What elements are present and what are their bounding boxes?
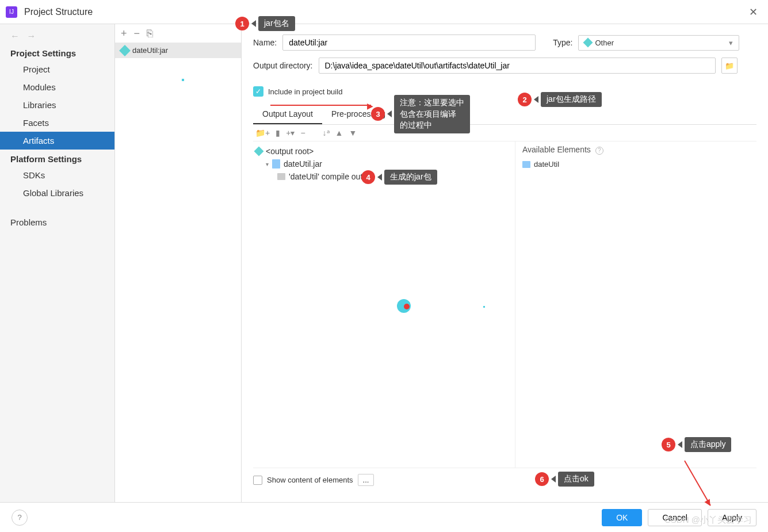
nav-item-problems[interactable]: Problems: [0, 213, 114, 231]
type-value: Other: [595, 39, 614, 47]
annotation-6: 6 点击ok: [535, 472, 594, 487]
output-label: Output directory:: [253, 61, 313, 70]
nav-item-sdks[interactable]: SDKs: [0, 166, 114, 184]
move-up-icon[interactable]: ▲: [335, 128, 343, 137]
browse-button[interactable]: 📁: [721, 58, 738, 74]
badge-3: 3: [371, 107, 385, 121]
ellipsis-button[interactable]: ...: [358, 474, 375, 486]
folder-icon: 📁: [725, 62, 734, 70]
artifact-toolbar: + − ⎘: [115, 24, 241, 43]
available-title: Available Elements ?: [522, 145, 750, 155]
annotation-3: 3 注意：这里要选中 包含在项目编译 的过程中: [371, 95, 470, 133]
annotation-5: 5 点击apply: [662, 437, 731, 452]
add-icon[interactable]: +: [121, 28, 127, 40]
jar-icon: [272, 159, 280, 169]
nav-item-facets[interactable]: Facets: [0, 114, 114, 132]
output-directory-input[interactable]: [319, 58, 716, 74]
app-icon: IJ: [6, 6, 17, 18]
help-button[interactable]: ?: [12, 510, 28, 526]
chevron-down-icon: ▾: [729, 39, 733, 47]
artifact-name: dateUtil:jar: [132, 46, 168, 55]
button-bar: ? OK Cancel Apply: [0, 502, 768, 532]
forward-icon[interactable]: →: [26, 31, 36, 41]
tabs: Output Layout Pre-processing Post-proces…: [253, 105, 756, 125]
badge-1: 1: [235, 17, 249, 30]
add-copy-icon[interactable]: +▾: [286, 128, 295, 137]
red-arrow-3: [270, 105, 371, 106]
annotation-2: 2 jar包生成路径: [518, 92, 602, 107]
name-label: Name:: [253, 38, 277, 47]
badge-2: 2: [518, 93, 532, 106]
artifact-icon: [119, 45, 131, 56]
new-archive-icon[interactable]: ▮: [276, 128, 280, 137]
remove-icon[interactable]: −: [134, 28, 140, 40]
available-item[interactable]: dateUtil: [522, 158, 750, 170]
nav-section-platform: Platform Settings: [0, 150, 114, 166]
available-elements-panel: Available Elements ? dateUtil: [515, 141, 756, 468]
copy-icon[interactable]: ⎘: [147, 28, 153, 40]
nav-history: ← →: [0, 29, 114, 44]
help-icon[interactable]: ?: [595, 147, 603, 155]
titlebar: IJ Project Structure ✕: [0, 0, 768, 24]
type-label: Type:: [553, 38, 572, 47]
move-down-icon[interactable]: ▼: [349, 128, 357, 137]
close-icon[interactable]: ✕: [744, 6, 762, 18]
nav-section-project: Project Settings: [0, 44, 114, 60]
badge-5: 5: [662, 438, 675, 451]
tree-jar[interactable]: ▾ dateUtil.jar: [263, 158, 515, 170]
module-icon: [522, 161, 530, 168]
folder-icon: [277, 173, 285, 180]
show-content-checkbox[interactable]: [253, 476, 262, 485]
nav-item-modules[interactable]: Modules: [0, 78, 114, 96]
nav-item-artifacts[interactable]: Artifacts: [0, 132, 114, 150]
artifact-list-panel: + − ⎘ dateUtil:jar: [115, 24, 242, 502]
layout-toolbar: 📁+ ▮ +▾ − ↓ᵃ ▲ ▼: [253, 125, 756, 141]
ok-button[interactable]: OK: [602, 509, 642, 526]
chevron-down-icon[interactable]: ▾: [266, 161, 269, 167]
nav-item-libraries[interactable]: Libraries: [0, 96, 114, 114]
dot: [483, 306, 485, 308]
new-folder-icon[interactable]: 📁+: [255, 128, 270, 137]
type-select[interactable]: Other ▾: [578, 35, 739, 51]
include-label: Include in project build: [268, 87, 342, 96]
nav-item-project[interactable]: Project: [0, 60, 114, 78]
name-input[interactable]: [282, 35, 536, 51]
watermark: CSDN @小丫头爱学习: [664, 515, 752, 526]
tab-output-layout[interactable]: Output Layout: [253, 105, 322, 124]
artifact-detail-panel: Name: Type: Other ▾ Output directory: 📁 …: [242, 24, 768, 502]
dot: [182, 79, 184, 81]
badge-6: 6: [535, 472, 549, 486]
nav-item-global-libraries[interactable]: Global Libraries: [0, 184, 114, 202]
sort-icon[interactable]: ↓ᵃ: [323, 128, 330, 137]
include-checkbox[interactable]: ✓: [253, 86, 263, 97]
type-icon: [583, 38, 593, 48]
badge-4: 4: [361, 170, 375, 184]
left-sidebar: ← → Project Settings Project Modules Lib…: [0, 24, 115, 502]
annotation-1: 1 jar包名: [235, 16, 295, 31]
scribble-mark: [397, 299, 414, 316]
annotation-4: 4 生成的jar包: [361, 170, 437, 185]
back-icon[interactable]: ←: [10, 31, 20, 41]
output-tree: <output root> ▾ dateUtil.jar 'dateUtil' …: [253, 141, 515, 468]
window-title: Project Structure: [24, 7, 744, 17]
root-icon: [254, 147, 264, 156]
remove-item-icon[interactable]: −: [300, 128, 305, 137]
artifact-item[interactable]: dateUtil:jar: [115, 43, 241, 58]
show-content-label: Show content of elements: [267, 476, 353, 484]
tree-root[interactable]: <output root>: [253, 145, 515, 158]
